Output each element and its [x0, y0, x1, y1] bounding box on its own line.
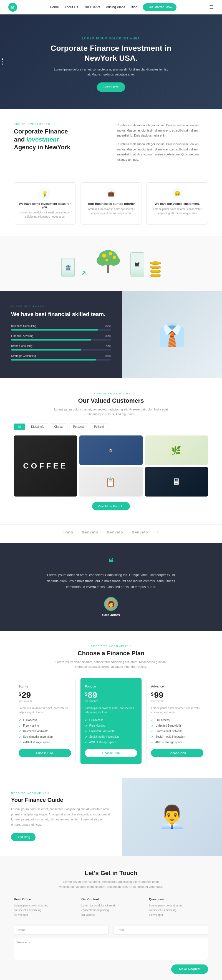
- tab-digital[interactable]: Digital Info: [27, 423, 48, 430]
- contact-form-row-1: [14, 926, 208, 934]
- contact-col-1-line3: elit volutpat: [14, 913, 73, 917]
- hero-section: Lorem ipsum dolor sit amet Corporate Fin…: [0, 14, 222, 109]
- hero-cta-button[interactable]: Start Here: [97, 83, 125, 92]
- email-input[interactable]: [113, 926, 208, 934]
- portfolio-img-tech: 🖥: [145, 467, 208, 496]
- submit-button[interactable]: Make Request: [171, 964, 208, 974]
- svg-point-4: [102, 254, 106, 258]
- hero-tag: Lorem ipsum dolor sit amet: [82, 37, 140, 40]
- tab-clinical[interactable]: Clinical: [50, 423, 67, 430]
- skill-label-2: Financial Advising: [11, 334, 33, 337]
- feature-icon-3: 😊: [172, 188, 183, 199]
- portfolio-img-plant: 🌿: [145, 436, 208, 465]
- contact-col-1-line2: consectetur adipiscing.: [14, 908, 73, 913]
- plan-feature-3-2: ✓Unlimited Bandwidth: [151, 724, 203, 728]
- skill-percent-3: 70%: [105, 344, 111, 347]
- hamburger-icon[interactable]: ☰: [209, 4, 214, 10]
- nav-clients[interactable]: Our Clients: [84, 5, 100, 9]
- skill-item-1: Business Consulting 87%: [11, 325, 111, 331]
- about-title: Corporate Financeand InvestmentAgency in…: [14, 128, 105, 151]
- portfolio-img-minimal: 📋: [79, 467, 143, 496]
- skill-item-3: Brand Consulting 70%: [11, 344, 111, 350]
- jar-1: 🏦: [61, 258, 75, 277]
- contact-col-1-line1: Lorem ipsum dolor sit amet,: [14, 903, 73, 908]
- contact-info-grid: Head Office Lorem ipsum dolor sit amet, …: [14, 897, 208, 917]
- partner-envato-1: ⊕envato: [82, 530, 98, 534]
- feature-title-3: We love our valued customers.: [151, 202, 203, 205]
- portfolio-item-coffee[interactable]: COFFEE: [14, 436, 77, 496]
- feature-desc-1: Lorem ipsum dolor sit amet consectetur a…: [19, 210, 71, 219]
- plan-period-3: /per month: [151, 700, 203, 703]
- nav-about[interactable]: About Us: [64, 5, 78, 9]
- skill-label-1: Business Consulting: [11, 325, 36, 328]
- about-para2: Curabitur malesuada integer iaculis. Dui…: [117, 142, 208, 162]
- plan-feature-2-4: ✓Social media integration: [85, 735, 137, 739]
- skill-item-2: Financial Advising 80%: [11, 334, 111, 340]
- nav-cta-button[interactable]: Get Started Now: [143, 3, 176, 11]
- about-highlight: Investment: [26, 136, 59, 143]
- name-input[interactable]: [14, 926, 109, 934]
- guide-btn[interactable]: Start Blog: [11, 833, 35, 841]
- feature-card-2: 💼 Your Business is our top priority Lore…: [80, 182, 142, 224]
- portfolio-item-tech[interactable]: 🖥: [145, 467, 208, 496]
- contact-col-3-line3: elit volutpat: [149, 913, 208, 917]
- arrow-icon: ↗: [81, 269, 86, 277]
- hero-title: Corporate Finance Investment in NewYork …: [42, 43, 180, 64]
- portfolio-header: Know More About Us Our Valued Customers …: [14, 392, 208, 417]
- plan-period-2: /per month: [85, 700, 137, 703]
- message-textarea[interactable]: [14, 938, 208, 960]
- dot-1[interactable]: [2, 59, 3, 60]
- about-section: About Investments Corporate Financeand I…: [0, 109, 222, 180]
- tab-personal[interactable]: Personal: [69, 423, 88, 430]
- nav-pricing[interactable]: Pricing Plans: [106, 5, 125, 9]
- guide-section: Need to accomplish Your Finance Guide Lo…: [0, 778, 222, 856]
- skill-label-3: Brand Consulting: [11, 344, 32, 347]
- pricing-cards: Stunts $ 29 /per month Lorem ipsum dolor…: [14, 678, 208, 764]
- skill-bar-1: [11, 329, 98, 331]
- contact-header: Let's Get in Touch Lorem ipsum dolor sit…: [14, 870, 208, 889]
- skill-label-4: Strategic Consulting: [11, 355, 36, 358]
- testimonial-avatar: 👩: [104, 597, 118, 611]
- pricing-section: Ready to accomplish Choose a Finance Pla…: [0, 631, 222, 778]
- tab-all[interactable]: All: [14, 423, 25, 430]
- plan-btn-2[interactable]: Choose Plan: [85, 749, 137, 757]
- skill-bar-4: [11, 359, 96, 361]
- skill-percent-2: 80%: [105, 334, 111, 337]
- pricing-description: Lorem ipsum dolor sit amet, consectetur …: [53, 660, 169, 670]
- plan-feature-1-2: ✓Free Hosting: [19, 724, 71, 728]
- partner-envato-3: ⊕envato: [132, 530, 148, 534]
- portfolio-description: Lorem ipsum dolor sit amet, consectetur …: [53, 407, 169, 417]
- guide-right: 👨‍💼: [122, 778, 222, 856]
- partner-envato-2: ⊕envato: [106, 530, 123, 534]
- portfolio-item-notebook[interactable]: 📓: [79, 436, 143, 465]
- svg-point-5: [109, 252, 112, 255]
- dot-3[interactable]: [2, 64, 3, 65]
- contact-submit-row: Make Request: [14, 964, 208, 974]
- view-more-button[interactable]: View More Portfolio: [92, 502, 130, 511]
- logo[interactable]: M: [8, 3, 17, 12]
- portfolio-title: Our Valued Customers: [14, 397, 208, 404]
- portfolio-section: Know More About Us Our Valued Customers …: [0, 378, 222, 524]
- features-section: 💡 We have some investment ideas for you.…: [0, 180, 222, 235]
- dot-2[interactable]: [2, 61, 3, 62]
- logo-icon: M: [8, 3, 17, 12]
- plan-btn-1[interactable]: Choose Plan: [19, 749, 71, 757]
- testimonial-section: ❝ Lorem ipsum dolor sit amet, consectetu…: [0, 543, 222, 631]
- pricing-tag: Ready to accomplish: [14, 645, 208, 648]
- contact-col-3-title: Questions: [149, 897, 208, 901]
- contact-col-2-line1: Lorem ipsum dolor sit amet,: [81, 903, 140, 908]
- plan-desc-2: Lorem ipsum dolor sit amet, consectetur …: [85, 706, 137, 714]
- plan-name-3: Advance: [151, 685, 203, 688]
- plan-feature-2-1: ✓Full Access: [85, 718, 137, 722]
- hero-description: Lorem ipsum dolor sit amet, consectetur …: [53, 67, 169, 77]
- plan-btn-3[interactable]: Choose Plan: [151, 749, 203, 757]
- nav-home[interactable]: Home: [50, 5, 59, 9]
- portfolio-item-minimal[interactable]: 📋: [79, 467, 143, 496]
- feature-card-1: 💡 We have some investment ideas for you.…: [14, 182, 76, 224]
- tab-political[interactable]: Political: [90, 423, 108, 430]
- feature-title-2: Your Business is our top priority: [85, 202, 137, 205]
- about-left: About Investments Corporate Financeand I…: [14, 123, 105, 151]
- portfolio-item-plant[interactable]: 🌿: [145, 436, 208, 465]
- nav-blog[interactable]: Blog: [131, 5, 137, 9]
- plan-desc-1: Lorem ipsum dolor sit amet, consectetur …: [19, 706, 71, 714]
